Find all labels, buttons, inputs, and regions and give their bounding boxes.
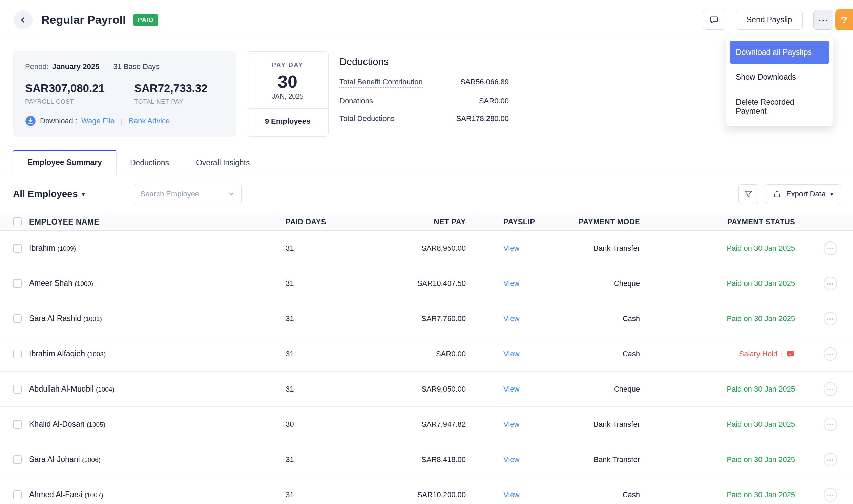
row-checkbox[interactable]	[13, 279, 22, 288]
caret-down-icon: ▾	[81, 190, 85, 198]
export-data-button[interactable]: Export Data ▾	[765, 184, 841, 204]
table-row: Ahmed Al-Farsi (1007)31SAR10,200.00ViewC…	[0, 477, 853, 504]
row-checkbox[interactable]	[13, 490, 22, 499]
filter-row: All Employees ▾ Search Employee Export D…	[0, 175, 853, 213]
payment-status: Paid on 30 Jan 2025	[642, 279, 798, 288]
deduction-value: SAR178,280.00	[456, 114, 509, 123]
row-checkbox[interactable]	[13, 314, 22, 323]
row-more-icon[interactable]: …	[823, 312, 837, 325]
net-pay: SAR7,760.00	[359, 314, 468, 323]
employee-id: (1000)	[74, 280, 93, 287]
period-value: January 2025	[52, 62, 99, 71]
wage-file-link[interactable]: Wage File	[81, 116, 114, 125]
view-payslip-link[interactable]: View	[503, 385, 519, 393]
deduction-row: Donations SAR0.00	[340, 96, 509, 105]
employee-id: (1007)	[85, 491, 103, 499]
row-checkbox[interactable]	[13, 420, 22, 429]
deduction-label: Total Deductions	[340, 114, 395, 123]
paid-days: 31	[264, 244, 359, 253]
period-card: Period: January 2025 31 Base Days SAR307…	[13, 52, 236, 137]
search-employee-placeholder: Search Employee	[140, 190, 199, 198]
menu-item-show-downloads[interactable]: Show Downloads	[730, 65, 829, 89]
tab-overall-insights[interactable]: Overall Insights	[183, 151, 264, 175]
row-more-icon[interactable]: …	[823, 418, 837, 431]
row-checkbox[interactable]	[13, 244, 22, 253]
deduction-value: SAR0.00	[479, 96, 509, 105]
base-days: 31 Base Days	[113, 62, 160, 71]
row-checkbox[interactable]	[13, 385, 22, 394]
filter-button[interactable]	[739, 184, 758, 204]
send-payslip-button[interactable]: Send Payslip	[736, 10, 802, 30]
view-payslip-link[interactable]: View	[503, 314, 519, 323]
total-net-pay-amount: SAR72,733.32	[134, 82, 243, 95]
payment-status: Paid on 30 Jan 2025	[642, 455, 798, 464]
row-more-icon[interactable]: …	[823, 277, 837, 290]
payment-mode: Bank Transfer	[552, 455, 642, 464]
tab-deductions[interactable]: Deductions	[116, 151, 183, 175]
comment-button[interactable]	[703, 10, 725, 30]
bank-advice-link[interactable]: Bank Advice	[129, 116, 170, 125]
deduction-label: Total Benefit Contribution	[340, 77, 423, 88]
view-payslip-link[interactable]: View	[503, 455, 519, 464]
employee-id: (1006)	[82, 456, 101, 463]
payment-status: Paid on 30 Jan 2025	[642, 314, 798, 323]
employee-name: Ameer Shah	[29, 279, 72, 288]
paid-days: 31	[264, 349, 359, 358]
select-all-checkbox[interactable]	[13, 217, 22, 226]
employee-name: Abdullah Al-Muqbil	[29, 384, 94, 393]
table-row: Abdullah Al-Muqbil (1004)31SAR9,050.00Vi…	[0, 372, 853, 407]
divider: |	[121, 116, 123, 125]
row-more-icon[interactable]: …	[823, 347, 837, 361]
paid-days: 31	[264, 279, 359, 288]
row-checkbox[interactable]	[13, 455, 22, 464]
table-row: Ibrahim Alfaqieh (1003)31SAR0.00ViewCash…	[0, 336, 853, 372]
payday-card: PAY DAY 30 JAN, 2025 9 Employees	[247, 52, 329, 137]
employee-name: Khalid Al-Dosari	[29, 420, 85, 429]
back-button[interactable]	[14, 11, 33, 30]
view-payslip-link[interactable]: View	[503, 490, 519, 499]
view-payslip-link[interactable]: View	[503, 420, 519, 429]
payment-status: Paid on 30 Jan 2025	[642, 490, 798, 499]
tab-employee-summary[interactable]: Employee Summary	[13, 150, 116, 175]
employee-name: Ahmed Al-Farsi	[29, 490, 82, 499]
row-more-icon[interactable]: …	[823, 382, 837, 396]
employee-name: Ibrahim	[29, 244, 55, 252]
filter-funnel-icon	[744, 189, 753, 199]
help-button[interactable]: ?	[835, 10, 853, 31]
employee-filter-dropdown[interactable]: All Employees ▾	[13, 189, 85, 199]
row-checkbox[interactable]	[13, 349, 22, 358]
row-more-icon[interactable]: …	[823, 241, 837, 255]
employee-name: Sara Al-Rashid	[29, 314, 81, 323]
payday-label: PAY DAY	[247, 61, 328, 69]
payment-mode: Cash	[552, 349, 642, 358]
row-more-icon[interactable]: …	[823, 453, 837, 466]
employee-id: (1001)	[83, 315, 102, 322]
view-payslip-link[interactable]: View	[503, 349, 519, 358]
chevron-down-icon	[228, 190, 235, 198]
payment-mode: Cheque	[552, 385, 642, 394]
deductions-title: Deductions	[340, 56, 509, 67]
net-pay: SAR7,947.82	[359, 420, 468, 429]
view-payslip-link[interactable]: View	[503, 279, 519, 288]
view-payslip-link[interactable]: View	[503, 244, 519, 252]
payment-mode: Bank Transfer	[552, 420, 642, 429]
payroll-cost-amount: SAR307,080.21	[25, 82, 134, 95]
menu-item-delete-recorded-payment[interactable]: Delete Recorded Payment	[730, 90, 829, 123]
payroll-summary: Period: January 2025 31 Base Days SAR307…	[0, 40, 853, 137]
payment-status: Paid on 30 Jan 2025	[642, 244, 798, 253]
column-header-net-pay: NET PAY	[359, 217, 468, 226]
column-header-paid-days: PAID DAYS	[264, 217, 359, 226]
search-employee-select[interactable]: Search Employee	[134, 184, 241, 204]
chevron-left-icon	[19, 16, 28, 24]
period-label: Period:	[25, 62, 49, 71]
column-header-payslip: PAYSLIP	[468, 217, 552, 226]
menu-item-download-all-payslips[interactable]: Download all Payslips	[730, 41, 829, 64]
employee-name: Ibrahim Alfaqieh	[29, 349, 85, 358]
payment-status: Salary Hold |	[642, 349, 798, 358]
table-row: Khalid Al-Dosari (1005)30SAR7,947.82View…	[0, 407, 853, 442]
payment-status: Paid on 30 Jan 2025	[642, 385, 798, 394]
more-options-button[interactable]: …	[813, 10, 833, 30]
export-icon	[773, 190, 782, 198]
table-row: Ibrahim (1009)31SAR8,950.00ViewBank Tran…	[0, 231, 853, 266]
row-more-icon[interactable]: …	[823, 488, 837, 502]
